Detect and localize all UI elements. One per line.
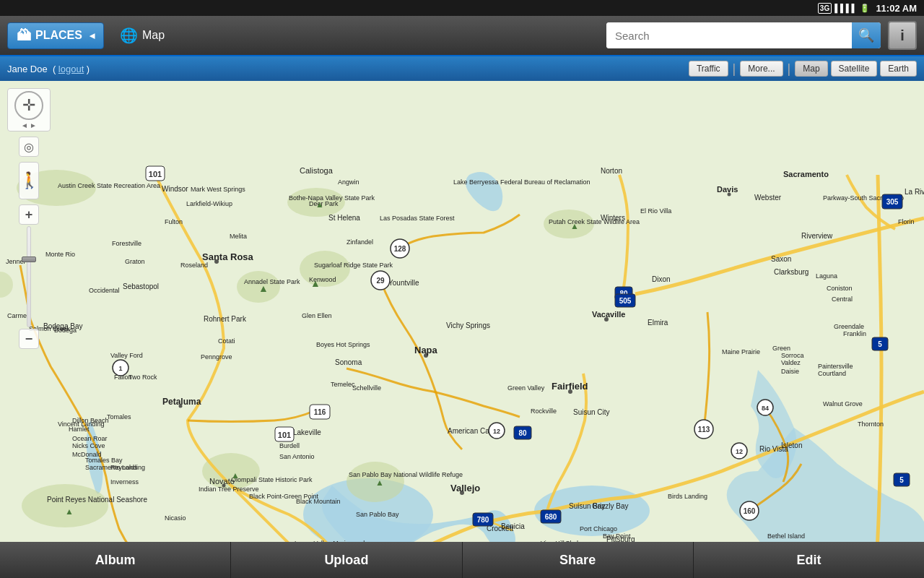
svg-text:Lakeville: Lakeville: [293, 428, 321, 436]
svg-text:29: 29: [376, 277, 385, 285]
svg-text:Vichy Springs: Vichy Springs: [446, 322, 490, 329]
album-label: Album: [95, 553, 136, 568]
svg-text:Bay Point: Bay Point: [603, 532, 631, 540]
share-button[interactable]: Share: [463, 542, 694, 578]
upload-label: Upload: [324, 553, 368, 568]
places-button[interactable]: 🏔 PLACES ◂: [7, 22, 104, 49]
more-button[interactable]: More...: [740, 61, 783, 77]
svg-text:Sugarloaf Ridge State Park: Sugarloaf Ridge State Park: [314, 262, 393, 269]
map-area[interactable]: Santa Rosa Napa Vallejo Fairfield Vacavi…: [0, 81, 924, 549]
svg-text:Olompali State Historic Park: Olompali State Historic Park: [231, 476, 313, 483]
svg-text:Las Posadas State Forest: Las Posadas State Forest: [380, 215, 455, 222]
svg-text:305: 305: [886, 198, 899, 206]
svg-text:Forestville: Forestville: [112, 240, 141, 247]
svg-text:▲: ▲: [65, 506, 74, 517]
top-bar: 🏔 PLACES ◂ 🌐 Map 🔍 i: [0, 16, 924, 56]
zoom-control: + −: [19, 204, 39, 349]
svg-text:780: 780: [477, 516, 489, 524]
earth-button[interactable]: Earth: [880, 61, 917, 77]
location-icon: ◎: [24, 140, 34, 154]
search-input[interactable]: [606, 22, 852, 48]
svg-text:Central: Central: [832, 296, 853, 303]
info-icon: i: [900, 27, 905, 44]
svg-text:Nicks Cove: Nicks Cove: [72, 442, 105, 449]
sub-bar: Jane Doe ( logout ) Traffic | More... | …: [0, 56, 924, 81]
user-info: Jane Doe ( logout ): [7, 64, 90, 74]
places-label: PLACES: [35, 29, 82, 42]
user-name: Jane Doe: [7, 64, 48, 74]
svg-text:Coniston: Coniston: [827, 285, 853, 292]
zoom-in-button[interactable]: +: [19, 204, 39, 225]
svg-text:Sorroca: Sorroca: [781, 352, 804, 359]
satellite-button[interactable]: Satellite: [831, 61, 878, 77]
svg-text:Suisun Bay: Suisun Bay: [569, 502, 606, 510]
edit-label: Edit: [796, 553, 821, 568]
street-view-button[interactable]: 🚶: [19, 162, 39, 199]
svg-text:Point Reyes National Seashore: Point Reyes National Seashore: [47, 496, 147, 504]
svg-text:Melita: Melita: [230, 233, 247, 240]
svg-text:Putah Creek State Wildlife Are: Putah Creek State Wildlife Area: [549, 218, 640, 225]
svg-text:Courtland: Courtland: [818, 370, 846, 377]
svg-text:Roseland: Roseland: [180, 262, 208, 269]
svg-text:Schellville: Schellville: [352, 384, 381, 392]
info-button[interactable]: i: [888, 21, 917, 50]
map-overlay-controls: ✛ ◄ ► ◎ 🚶 + −: [7, 88, 51, 349]
upload-button[interactable]: Upload: [231, 542, 462, 578]
svg-text:Daisie: Daisie: [781, 368, 799, 375]
svg-text:160: 160: [744, 507, 756, 515]
person-icon: 🚶: [19, 171, 39, 190]
svg-text:Clarksburg: Clarksburg: [774, 268, 808, 276]
album-button[interactable]: Album: [0, 542, 231, 578]
svg-text:▲: ▲: [258, 282, 269, 294]
svg-text:Inverness: Inverness: [110, 478, 139, 486]
svg-text:Mark West Springs: Mark West Springs: [191, 186, 245, 193]
zoom-out-button[interactable]: −: [19, 329, 39, 349]
svg-text:Green: Green: [772, 345, 790, 352]
svg-text:Angwin: Angwin: [338, 178, 359, 186]
svg-text:Davis: Davis: [717, 185, 738, 194]
svg-text:Florin: Florin: [898, 218, 915, 225]
svg-text:Walnut Grove: Walnut Grove: [823, 400, 863, 407]
svg-text:Windsor: Windsor: [162, 185, 188, 193]
zoom-slider[interactable]: [27, 226, 31, 327]
svg-text:Valdez: Valdez: [781, 359, 801, 366]
svg-text:Valley Ford: Valley Ford: [110, 352, 143, 359]
traffic-button[interactable]: Traffic: [689, 61, 728, 77]
svg-text:Suisun City: Suisun City: [573, 408, 610, 416]
compass-inner: ✛: [14, 91, 43, 120]
svg-text:Franklin: Franklin: [843, 330, 866, 337]
separator: |: [733, 61, 736, 77]
logout-link[interactable]: logout: [58, 64, 84, 74]
status-icons: 3G ▌▌▌▌ 🔋 11:02 AM: [818, 3, 917, 14]
svg-text:Reynolds: Reynolds: [110, 464, 138, 471]
svg-text:680: 680: [545, 513, 557, 521]
svg-text:▲: ▲: [310, 277, 321, 289]
svg-text:Sacramento: Sacramento: [783, 170, 829, 178]
svg-text:Elmira: Elmira: [648, 319, 668, 327]
svg-text:Burdell: Burdell: [279, 442, 300, 449]
globe-icon: 🌐: [120, 27, 138, 44]
status-bar: 3G ▌▌▌▌ 🔋 11:02 AM: [0, 0, 924, 16]
svg-text:Zinfandel: Zinfandel: [346, 238, 373, 246]
svg-text:Calistoga: Calistoga: [300, 166, 334, 175]
svg-text:Penngrove: Penngrove: [201, 353, 232, 361]
map-view-button[interactable]: Map: [795, 61, 827, 77]
svg-text:El Rio Villa: El Rio Villa: [640, 207, 671, 215]
svg-text:Bodega: Bodega: [54, 327, 77, 334]
svg-text:Annadel State Park: Annadel State Park: [244, 278, 300, 285]
map-button[interactable]: 🌐 Map: [111, 22, 173, 48]
svg-text:Boyes Hot Springs: Boyes Hot Springs: [316, 341, 370, 348]
svg-text:Vacaville: Vacaville: [592, 310, 626, 319]
svg-text:84: 84: [762, 405, 769, 412]
svg-text:St Helena: St Helena: [328, 214, 360, 222]
search-button[interactable]: 🔍: [852, 22, 881, 48]
svg-text:Port Chicago: Port Chicago: [580, 525, 617, 532]
svg-text:505: 505: [619, 297, 632, 305]
edit-button[interactable]: Edit: [694, 542, 924, 578]
compass-button[interactable]: ✛ ◄ ►: [7, 88, 51, 131]
location-button[interactable]: ◎: [19, 137, 39, 157]
search-container: 🔍: [606, 22, 881, 48]
time-display: 11:02 AM: [876, 3, 917, 14]
compass-right-icon: ►: [30, 121, 37, 129]
svg-text:5: 5: [878, 340, 882, 348]
